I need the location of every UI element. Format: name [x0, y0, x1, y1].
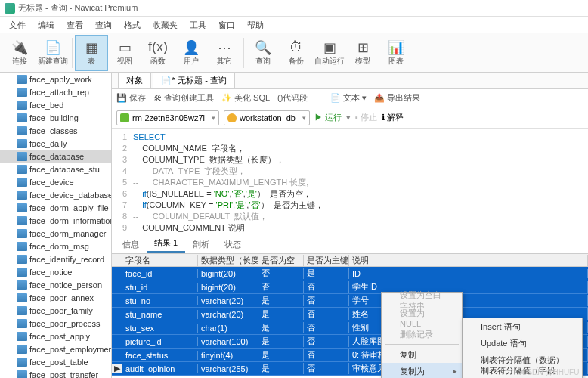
menu-帮助[interactable]: 帮助 [241, 20, 270, 31]
connection-bar: rm-2zetn83n05wz7i workstation_db ▶ 运行▾ ▪… [112, 107, 588, 129]
table-icon [17, 319, 27, 328]
table-face_dorm_manager[interactable]: face_dorm_manager [0, 227, 111, 240]
toolbar-其它[interactable]: ⋯其它 [208, 35, 241, 71]
save-button[interactable]: 💾 保存 [116, 92, 146, 104]
table-icon [17, 139, 27, 148]
tab-query[interactable]: 📄*无标题 - 查询 [153, 73, 235, 88]
toolbar-备份[interactable]: ⏱备份 [280, 35, 313, 71]
table-icon [17, 306, 27, 315]
table-face_classes[interactable]: face_classes [0, 124, 111, 137]
table-icon [17, 165, 27, 174]
table-icon [17, 191, 27, 200]
menu-编辑[interactable]: 编辑 [32, 20, 60, 31]
query-builder-button[interactable]: 🛠 查询创建工具 [153, 92, 214, 104]
table-face_device[interactable]: face_device [0, 175, 111, 188]
tab-profile[interactable]: 剖析 [185, 237, 217, 253]
menu-格式[interactable]: 格式 [118, 20, 147, 31]
table-face_post_employmen[interactable]: face_post_employmen [0, 342, 111, 355]
col-header[interactable]: 数据类型（长度 [198, 255, 258, 266]
table-icon [17, 293, 27, 302]
table-face_database_stu[interactable]: face_database_stu [0, 163, 111, 175]
menu-查看[interactable]: 查看 [60, 20, 89, 31]
text-button[interactable]: 📄 文本 ▾ [330, 92, 367, 104]
table-face_daily[interactable]: face_daily [0, 137, 111, 150]
menu-文件[interactable]: 文件 [3, 20, 32, 31]
table-face_attach_rep[interactable]: face_attach_rep [0, 85, 111, 98]
context-menu[interactable]: 设置为空白字符串设置为 NULL删除记录复制复制为粘贴显示 [381, 292, 463, 378]
ctx-item[interactable]: Update 语句 [463, 335, 582, 352]
table-icon [17, 113, 27, 122]
toolbar-图表[interactable]: 📊图表 [379, 35, 413, 71]
table-icon [17, 152, 27, 161]
table-face_notice_person[interactable]: face_notice_person [0, 278, 111, 291]
table-face_poor_process[interactable]: face_poor_process [0, 317, 111, 330]
title-bar: 无标题 - 查询 - Navicat Premium [0, 0, 588, 17]
table-face_apply_work[interactable]: face_apply_work [0, 73, 111, 85]
col-header[interactable]: 字段名 [122, 255, 198, 266]
table-icon [17, 255, 27, 264]
sql-editor[interactable]: 1SELECT2 COLUMN_NAME 字段名，3 COLUMN_TYPE 数… [112, 129, 588, 237]
table-row[interactable]: stu_novarchar(20)是否学号 [112, 294, 588, 308]
beautify-sql-button[interactable]: ✨ 美化 SQL [221, 92, 270, 104]
ctx-item: 设置为 NULL [382, 309, 462, 326]
table-face_identify_record[interactable]: face_identify_record [0, 253, 111, 265]
table-face_dorm_information[interactable]: face_dorm_information [0, 214, 111, 227]
toolbar-模型[interactable]: ⊞模型 [346, 35, 379, 71]
database-combo[interactable]: workstation_db [224, 110, 310, 125]
table-icon [17, 332, 27, 341]
explain-button[interactable]: ℹ 解释 [382, 112, 404, 123]
table-icon [17, 75, 27, 84]
table-row[interactable]: stu_idbigint(20)否否学生ID [112, 280, 588, 294]
run-button[interactable]: ▶ 运行 [314, 112, 342, 123]
table-face_notice[interactable]: face_notice [0, 265, 111, 278]
table-face_poor_family[interactable]: face_poor_family [0, 304, 111, 317]
tab-status[interactable]: 状态 [217, 237, 249, 253]
col-header[interactable]: 是否为空 [258, 255, 304, 266]
menu-工具[interactable]: 工具 [184, 20, 212, 31]
table-face_post_table[interactable]: face_post_table [0, 355, 111, 368]
table-face_building[interactable]: face_building [0, 111, 111, 124]
table-face_dorm_msg[interactable]: face_dorm_msg [0, 240, 111, 253]
table-face_database[interactable]: face_database [0, 150, 111, 163]
ctx-item[interactable]: Insert 语句 [463, 318, 582, 335]
table-icon [17, 178, 27, 187]
menu-bar: 文件编辑查看查询格式收藏夹工具窗口帮助 [0, 17, 588, 33]
table-face_bed[interactable]: face_bed [0, 98, 111, 111]
toolbar-查询[interactable]: 🔍查询 [246, 35, 280, 71]
table-icon [17, 126, 27, 135]
toolbar: 🔌连接📄新建查询▦表▭视图f(x)函数👤用户⋯其它🔍查询⏱备份▣自动运行⊞模型📊… [0, 33, 588, 73]
table-icon [17, 229, 27, 238]
toolbar-自动运行[interactable]: ▣自动运行 [313, 35, 346, 71]
tab-objects[interactable]: 对象 [118, 73, 151, 88]
code-snippet-button[interactable]: ()代码段 [277, 92, 308, 104]
ctx-item[interactable]: 复制 [382, 346, 462, 363]
server-combo[interactable]: rm-2zetn83n05wz7i [116, 110, 219, 125]
table-row[interactable]: face_idbigint(20)否是ID [112, 267, 588, 280]
table-icon [17, 203, 27, 212]
table-icon [17, 216, 27, 225]
menu-查询[interactable]: 查询 [89, 20, 118, 31]
table-icon [17, 88, 27, 97]
toolbar-函数[interactable]: f(x)函数 [141, 35, 175, 71]
col-header[interactable]: 是否为主键 [304, 255, 349, 266]
tab-result1[interactable]: 结果 1 [147, 235, 185, 253]
table-face_device_database[interactable]: face_device_database [0, 188, 111, 201]
table-face_post_apply[interactable]: face_post_apply [0, 330, 111, 342]
table-face_dorm_apply_file[interactable]: face_dorm_apply_file [0, 201, 111, 214]
toolbar-视图[interactable]: ▭视图 [108, 35, 141, 71]
table-face_poor_annex[interactable]: face_poor_annex [0, 291, 111, 304]
menu-收藏夹[interactable]: 收藏夹 [147, 20, 184, 31]
table-face_post_transfer[interactable]: face_post_transfer [0, 368, 111, 378]
table-icon [17, 345, 27, 354]
sidebar-tree[interactable]: face_apply_workface_attach_repface_bedfa… [0, 73, 112, 378]
ctx-item[interactable]: 复制为 [382, 363, 462, 378]
toolbar-用户[interactable]: 👤用户 [175, 35, 208, 71]
toolbar-新建查询[interactable]: 📄新建查询 [36, 35, 70, 71]
col-header[interactable]: 说明 [349, 255, 588, 266]
toolbar-连接[interactable]: 🔌连接 [3, 35, 36, 71]
tab-info[interactable]: 信息 [115, 237, 147, 253]
toolbar-表[interactable]: ▦表 [75, 35, 108, 71]
menu-窗口[interactable]: 窗口 [212, 20, 241, 31]
table-icon [17, 242, 27, 251]
export-button[interactable]: 📤 导出结果 [374, 92, 420, 104]
